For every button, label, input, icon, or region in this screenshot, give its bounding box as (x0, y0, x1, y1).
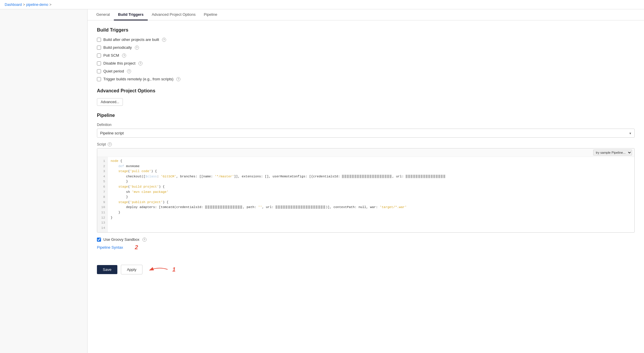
bottom-bar: Save Apply 1 (88, 258, 644, 281)
checkbox-label-quiet-period: Quiet period (103, 69, 124, 73)
apply-button[interactable]: Apply (121, 265, 143, 274)
definition-select-wrapper: Pipeline script (97, 129, 635, 138)
checkbox-item-disable-project: Disable this project ? (97, 61, 635, 65)
checkbox-item-poll-scm: Poll SCM ? (97, 53, 635, 58)
checkbox-item-build-periodically: Build periodically ? (97, 45, 635, 50)
script-label: Script ? (97, 142, 635, 146)
breadcrumb: Dashboard > pipeline-demo > (5, 3, 51, 7)
checkbox-disable-project[interactable] (97, 61, 101, 65)
save-button[interactable]: Save (97, 265, 117, 274)
main-content: General Build Triggers Advanced Project … (88, 9, 644, 353)
annotation-2: 2 (135, 244, 138, 251)
help-icon-script[interactable]: ? (108, 142, 112, 146)
pipeline-syntax-link[interactable]: Pipeline Syntax (97, 245, 123, 250)
checkbox-label-poll-scm: Poll SCM (103, 53, 119, 58)
top-bar: Dashboard > pipeline-demo > (0, 0, 644, 9)
script-editor: try sample Pipeline... 12345678910111213… (97, 148, 635, 233)
arrow-icon-1 (147, 264, 170, 275)
help-icon-build-after[interactable]: ? (162, 38, 166, 42)
script-section: Script ? try sample Pipeline... 12345678… (97, 142, 635, 233)
try-sample-select[interactable]: try sample Pipeline... (593, 150, 632, 155)
tab-build-triggers[interactable]: Build Triggers (114, 9, 147, 20)
groovy-sandbox-checkbox[interactable] (97, 238, 101, 242)
checkbox-label-disable-project: Disable this project (103, 61, 135, 65)
help-icon-quiet-period[interactable]: ? (127, 69, 131, 73)
checkbox-build-after[interactable] (97, 38, 101, 42)
definition-select[interactable]: Pipeline script (97, 129, 635, 138)
help-icon-disable-project[interactable]: ? (138, 61, 142, 65)
help-icon-build-periodically[interactable]: ? (135, 46, 139, 50)
breadcrumb-dashboard[interactable]: Dashboard (5, 3, 22, 7)
checkbox-label-trigger-remotely: Trigger builds remotely (e.g., from scri… (103, 77, 173, 81)
line-numbers: 1234567891011121314 (97, 157, 108, 232)
checkbox-item-build-after: Build after other projects are built ? (97, 37, 635, 42)
code-content[interactable]: node { def mvnHome stage('pull code') { … (108, 157, 634, 232)
breadcrumb-sep1: > (23, 3, 25, 7)
help-icon-trigger-remotely[interactable]: ? (176, 77, 180, 81)
breadcrumb-pipeline-demo[interactable]: pipeline-demo (26, 3, 48, 7)
advanced-button[interactable]: Advanced... (97, 98, 123, 106)
breadcrumb-sep2: > (49, 3, 51, 7)
tab-pipeline[interactable]: Pipeline (200, 9, 221, 20)
pipeline-title: Pipeline (97, 113, 635, 118)
tab-advanced-project-options[interactable]: Advanced Project Options (148, 9, 200, 20)
checkbox-item-quiet-period: Quiet period ? (97, 69, 635, 73)
checkbox-trigger-remotely[interactable] (97, 77, 101, 81)
checkbox-quiet-period[interactable] (97, 69, 101, 73)
groovy-sandbox-section: Use Groovy Sandbox ? (97, 237, 635, 242)
checkbox-build-periodically[interactable] (97, 46, 101, 50)
advanced-options-title: Advanced Project Options (97, 88, 635, 94)
definition-label: Definition (97, 123, 635, 127)
syntax-row: Pipeline Syntax 2 (97, 244, 635, 251)
checkbox-label-build-periodically: Build periodically (103, 45, 132, 50)
annotation-1: 1 (172, 266, 175, 273)
checkbox-label-build-after: Build after other projects are built (103, 37, 159, 42)
groovy-sandbox-label: Use Groovy Sandbox (103, 237, 140, 242)
script-toolbar: try sample Pipeline... (97, 148, 634, 157)
tab-bar: General Build Triggers Advanced Project … (88, 9, 644, 20)
build-triggers-title: Build Triggers (97, 27, 635, 33)
checkbox-item-trigger-remotely: Trigger builds remotely (e.g., from scri… (97, 77, 635, 81)
help-icon-groovy[interactable]: ? (142, 238, 147, 242)
help-icon-poll-scm[interactable]: ? (122, 53, 126, 58)
tab-general[interactable]: General (92, 9, 114, 20)
checkbox-poll-scm[interactable] (97, 53, 101, 58)
code-area[interactable]: 1234567891011121314 node { def mvnHome s… (97, 157, 634, 232)
sidebar (0, 9, 88, 353)
